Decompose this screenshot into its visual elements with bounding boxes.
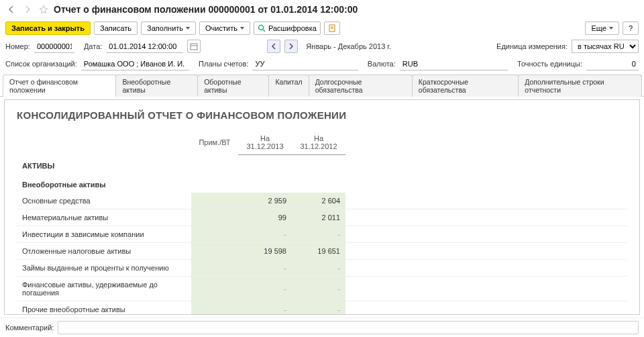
clear-label: Очистить [205,24,237,32]
period-text: Январь - Декабрь 2013 г. [306,42,391,50]
clear-button[interactable]: Очистить [199,21,250,35]
save-button[interactable]: Записать [94,21,138,35]
fill-button[interactable]: Заполнить [141,21,196,35]
row-v1: - [238,226,292,242]
row-note [191,155,238,174]
row-v1: - [238,276,292,301]
row-note [191,209,238,226]
tab-capital[interactable]: Капитал [268,75,309,97]
row-label: Отложенные налоговые активы [17,242,191,259]
col-note: Прим./ВТ [191,130,238,155]
tab-longterm[interactable]: Долгосрочные обязательства [309,75,413,97]
table-row: Отложенные налоговые активы19 59819 651 [17,242,627,259]
toolbar: Записать и закрыть Записать Заполнить Оч… [0,19,644,38]
fill-label: Заполнить [147,24,183,32]
tabs: Отчет о финансовом положении Внеоборотны… [0,74,644,97]
row-note [191,226,238,242]
table-row: АКТИВЫ [17,155,627,174]
more-button[interactable]: Еще [585,21,619,35]
tab-current-assets[interactable]: Оборотные активы [197,75,269,97]
star-icon[interactable] [38,3,50,15]
table-row: Нематериальные активы992 011 [17,209,627,226]
plans-label: Планы счетов: [199,60,248,68]
row-v2: 2 011 [292,209,345,226]
row-note [191,193,238,209]
precision-field[interactable] [586,57,639,70]
page-title: Отчет о финансовом положении 000000001 о… [54,4,358,15]
period-prev-button[interactable] [267,40,280,53]
report-title: КОНСОЛИДИРОВАННЫЙ ОТЧЕТ О ФИНАНСОВОМ ПОЛ… [17,109,627,121]
svg-point-0 [258,26,263,30]
orgs-field[interactable] [81,57,189,70]
row-label: Нематериальные активы [17,209,191,226]
row-v1 [238,174,292,193]
svg-rect-5 [191,44,197,50]
row-v1: - [238,301,292,315]
footer: Комментарий: [0,318,644,337]
row-label: Финансовые активы, удерживаемые до погаш… [17,276,191,301]
comment-input[interactable] [58,321,639,334]
table-row: Финансовые активы, удерживаемые до погаш… [17,276,627,301]
row-v2: - [292,226,345,242]
report-area: КОНСОЛИДИРОВАННЫЙ ОТЧЕТ О ФИНАНСОВОМ ПОЛ… [4,99,640,315]
tab-noncurrent-assets[interactable]: Внеоборотные активы [115,75,198,97]
decode-button[interactable]: Расшифровка [254,21,321,35]
number-field[interactable] [34,40,74,53]
row-v1: 99 [238,209,292,226]
tab-report[interactable]: Отчет о финансовом положении [3,75,116,97]
col-2012: На 31.12.2012 [292,130,345,155]
row-v1: 2 959 [238,193,292,209]
row-v1 [238,155,292,174]
plans-field[interactable] [252,57,358,70]
report-table: Прим./ВТ На 31.12.2013 На 31.12.2012 АКТ… [17,130,627,315]
forward-icon[interactable] [21,3,34,15]
chevron-down-icon [609,27,613,30]
currency-label: Валюта: [368,60,396,68]
date-label: Дата: [84,42,102,50]
title-bar: Отчет о финансовом положении 000000001 о… [0,0,644,19]
tab-shortterm[interactable]: Краткосрочные обязательства [412,75,519,97]
unit-select[interactable]: в тысячах RUB [572,40,639,53]
row-label: Займы выданные и проценты к получению [17,259,191,276]
currency-field[interactable] [400,57,508,70]
calendar-icon[interactable] [187,40,201,53]
row-label: Внеоборотные активы [17,174,191,193]
date-field[interactable] [106,40,183,53]
magnifier-icon [258,24,266,32]
period-next-button[interactable] [284,40,298,53]
table-row: Основные средства2 9592 604 [17,193,627,209]
table-row: Внеоборотные активы [17,174,627,193]
document-icon [328,24,336,32]
orgs-label: Список организаций: [5,60,77,68]
tab-extra[interactable]: Дополнительные строки отчетности [518,75,642,97]
table-row: Займы выданные и проценты к получению-- [17,259,627,276]
row-note [191,174,238,193]
save-close-button[interactable]: Записать и закрыть [5,21,91,35]
row-v2: - [292,259,345,276]
chevron-down-icon [240,27,244,30]
row-label: Инвестиции в зависимые компании [17,226,191,242]
report-settings-button[interactable] [324,21,340,35]
row-note [191,259,238,276]
row-v2: - [292,276,345,301]
comment-label: Комментарий: [5,324,54,332]
row-v1: - [238,259,292,276]
row-v2 [292,155,345,174]
svg-line-1 [263,30,265,32]
row-v2: 19 651 [292,242,345,259]
more-label: Еще [591,24,606,32]
chevron-down-icon [186,27,190,30]
row-v1: 19 598 [238,242,292,259]
help-button[interactable]: ? [623,21,639,35]
number-label: Номер: [5,42,30,50]
form-row-2: Список организаций: Планы счетов: Валюта… [0,55,644,73]
row-note [191,276,238,301]
row-label: АКТИВЫ [17,155,191,174]
row-note [191,242,238,259]
precision-label: Точность единицы: [517,60,582,68]
table-row: Прочие внеоборотные активы-- [17,301,627,315]
row-label: Прочие внеоборотные активы [17,301,191,315]
row-v2: - [292,301,345,315]
back-icon[interactable] [5,3,17,15]
decode-label: Расшифровка [268,24,317,32]
